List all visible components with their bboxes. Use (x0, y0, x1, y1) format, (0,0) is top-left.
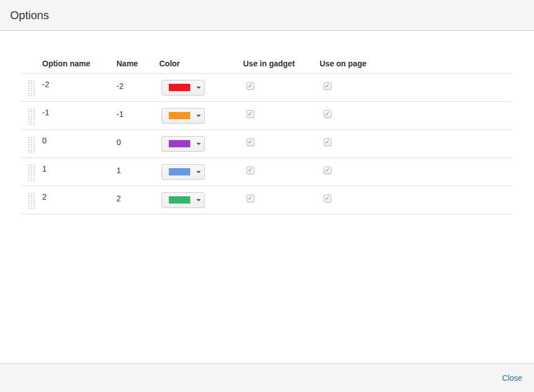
name-value: 2 (116, 194, 121, 203)
checkmark-icon: ✓ (325, 110, 330, 117)
use-in-gadget-checkbox[interactable]: ✓ (246, 195, 254, 202)
checkmark-icon: ✓ (325, 166, 330, 173)
checkmark-icon: ✓ (248, 166, 253, 173)
use-in-gadget-checkbox[interactable]: ✓ (246, 138, 254, 146)
checkmark-icon: ✓ (248, 138, 253, 145)
options-table: Option name Name Color Use in gadget Use… (21, 59, 511, 214)
color-swatch (169, 84, 190, 91)
option-name-value: 1 (42, 164, 47, 173)
use-in-gadget-checkbox[interactable]: ✓ (246, 82, 254, 90)
color-dropdown[interactable] (161, 192, 205, 208)
table-row: 2 2 ✓ ✓ (21, 186, 511, 214)
use-on-page-checkbox[interactable]: ✓ (324, 110, 331, 118)
option-name-value: 0 (42, 136, 47, 145)
column-header-color: Color (159, 59, 243, 74)
use-on-page-checkbox[interactable]: ✓ (324, 166, 331, 174)
chevron-down-icon (196, 87, 201, 89)
name-value: 1 (116, 166, 121, 175)
option-name-value: -1 (42, 108, 49, 117)
checkmark-icon: ✓ (325, 82, 330, 89)
table-header-row: Option name Name Color Use in gadget Use… (21, 59, 511, 74)
use-in-gadget-checkbox[interactable]: ✓ (246, 110, 254, 118)
drag-handle-icon[interactable] (27, 79, 35, 96)
column-header-use-in-gadget: Use in gadget (243, 59, 320, 74)
chevron-down-icon (196, 115, 201, 117)
dialog-body: Option name Name Color Use in gadget Use… (0, 31, 534, 214)
checkmark-icon: ✓ (248, 110, 253, 117)
use-on-page-checkbox[interactable]: ✓ (324, 82, 331, 90)
chevron-down-icon (196, 171, 201, 173)
name-value: -2 (116, 82, 123, 91)
color-swatch (169, 140, 190, 147)
checkmark-icon: ✓ (325, 195, 330, 201)
use-in-gadget-checkbox[interactable]: ✓ (246, 166, 254, 174)
table-row: 1 1 ✓ ✓ (21, 158, 511, 186)
column-header-name: Name (116, 59, 159, 74)
name-value: 0 (116, 138, 121, 147)
dialog-header: Options (0, 0, 534, 31)
drag-handle-icon[interactable] (27, 164, 35, 181)
page-title: Options (10, 9, 49, 22)
name-value: -1 (116, 110, 123, 119)
column-header-use-on-page: Use on page (320, 59, 511, 74)
close-button[interactable]: Close (502, 373, 522, 382)
drag-handle-icon[interactable] (27, 107, 35, 124)
color-dropdown[interactable] (161, 164, 205, 180)
table-row: -1 -1 ✓ ✓ (21, 102, 511, 130)
table-row: -2 -2 ✓ ✓ (21, 74, 511, 102)
chevron-down-icon (196, 143, 201, 145)
color-swatch (169, 168, 190, 175)
color-swatch (169, 196, 190, 204)
color-swatch (169, 112, 190, 119)
color-dropdown[interactable] (161, 108, 205, 124)
use-on-page-checkbox[interactable]: ✓ (324, 195, 331, 202)
drag-handle-icon[interactable] (27, 192, 35, 209)
use-on-page-checkbox[interactable]: ✓ (324, 138, 331, 146)
column-header-option-name: Option name (42, 59, 116, 74)
dialog-footer: Close (0, 363, 534, 392)
chevron-down-icon (196, 199, 201, 201)
table-row: 0 0 ✓ ✓ (21, 130, 511, 158)
color-dropdown[interactable] (161, 80, 205, 96)
checkmark-icon: ✓ (248, 195, 253, 201)
column-header-drag (21, 59, 42, 74)
option-name-value: -2 (42, 80, 49, 89)
drag-handle-icon[interactable] (27, 136, 35, 152)
color-dropdown[interactable] (161, 136, 205, 152)
checkmark-icon: ✓ (248, 82, 253, 89)
option-name-value: 2 (42, 192, 47, 201)
checkmark-icon: ✓ (325, 138, 330, 145)
